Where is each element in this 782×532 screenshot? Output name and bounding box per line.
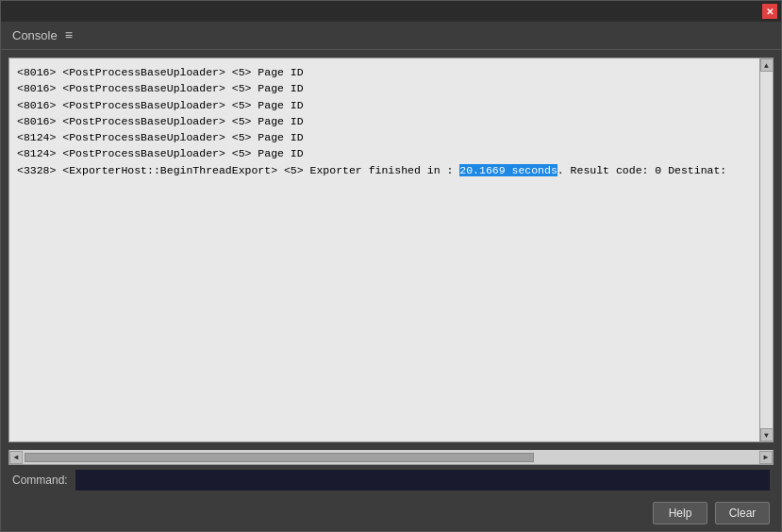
- console-line: <8016> <PostProcessBaseUploader> <5> Pag…: [17, 64, 765, 80]
- button-area: Help Clear: [1, 495, 781, 531]
- console-output-area: <8016> <PostProcessBaseUploader> <5> Pag…: [8, 58, 774, 442]
- scroll-left-arrow[interactable]: ◀: [9, 451, 23, 464]
- line-suffix: . Result code: 0 Destinat:: [557, 164, 726, 176]
- menu-icon[interactable]: ≡: [65, 28, 73, 43]
- help-button[interactable]: Help: [653, 502, 707, 524]
- main-window: ✕ Console ≡ <8016> <PostProcessBaseUploa…: [0, 0, 782, 532]
- title-bar: ✕: [1, 1, 781, 22]
- console-output: <8016> <PostProcessBaseUploader> <5> Pag…: [9, 58, 773, 441]
- scroll-up-arrow[interactable]: ▲: [760, 58, 774, 72]
- horizontal-scrollbar[interactable]: ◀ ▶: [9, 450, 773, 464]
- console-title: Console: [12, 28, 58, 42]
- scroll-track-vertical: [760, 72, 773, 428]
- horizontal-scroll-area: ◀ ▶: [8, 450, 774, 465]
- vertical-scrollbar[interactable]: ▲ ▼: [759, 58, 773, 441]
- highlighted-text: 20.1669 seconds: [459, 164, 557, 176]
- command-input[interactable]: [75, 470, 770, 490]
- console-line: <8016> <PostProcessBaseUploader> <5> Pag…: [17, 97, 765, 113]
- line-prefix: <3328> <ExporterHost::BeginThreadExport>…: [17, 164, 459, 176]
- command-area: Command:: [1, 465, 781, 495]
- scroll-right-arrow[interactable]: ▶: [759, 451, 773, 464]
- scroll-thumb-horizontal[interactable]: [25, 453, 534, 462]
- console-line-highlight: <3328> <ExporterHost::BeginThreadExport>…: [17, 162, 765, 178]
- console-header: Console ≡: [1, 22, 781, 50]
- close-button[interactable]: ✕: [762, 4, 777, 19]
- command-label: Command:: [12, 474, 68, 487]
- console-line: <8124> <PostProcessBaseUploader> <5> Pag…: [17, 145, 765, 161]
- console-line: <8124> <PostProcessBaseUploader> <5> Pag…: [17, 129, 765, 145]
- scroll-down-arrow[interactable]: ▼: [760, 428, 774, 441]
- clear-button[interactable]: Clear: [715, 502, 770, 524]
- console-line: <8016> <PostProcessBaseUploader> <5> Pag…: [17, 113, 765, 129]
- console-line: <8016> <PostProcessBaseUploader> <5> Pag…: [17, 80, 765, 96]
